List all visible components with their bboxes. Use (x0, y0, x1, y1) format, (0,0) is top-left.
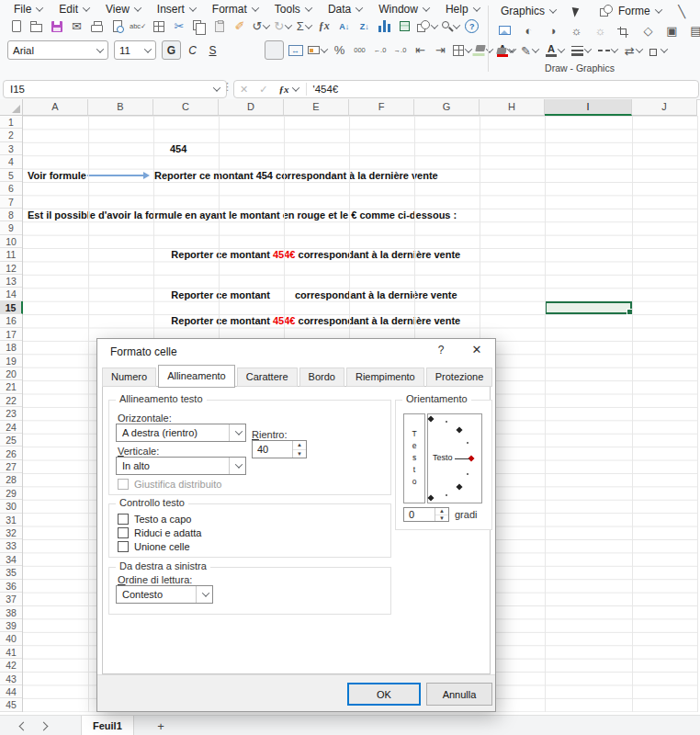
close-icon[interactable]: ✕ (465, 343, 489, 361)
undo-icon[interactable]: ↺ (251, 17, 270, 35)
row-header-36[interactable]: 36 (0, 580, 22, 593)
sum-icon[interactable]: Σ (295, 17, 312, 35)
borders-icon[interactable] (452, 41, 472, 59)
brightness-low-icon[interactable]: ☼ (592, 22, 609, 40)
row-header-44[interactable]: 44 (0, 685, 22, 698)
row-header-30[interactable]: 30 (0, 500, 22, 513)
dial-dot[interactable] (446, 421, 447, 423)
row-header-2[interactable]: 2 (0, 129, 22, 141)
previous-sheet-icon[interactable] (19, 722, 28, 731)
menu-edit[interactable]: Edit (52, 3, 96, 16)
row-header-39[interactable]: 39 (0, 619, 22, 632)
menu-view[interactable]: View (99, 3, 147, 16)
row-header-19[interactable]: 19 (0, 355, 22, 368)
checkbox-unione-celle[interactable]: Unione celle (118, 541, 190, 552)
select-all-corner[interactable] (0, 99, 23, 116)
column-header-d[interactable]: D (219, 99, 284, 115)
row-header-22[interactable]: 22 (0, 394, 22, 407)
paste-icon[interactable] (210, 17, 228, 35)
row-header-7[interactable]: 7 (0, 196, 22, 209)
cell-a8[interactable]: Est il possible d'avoir la formule en ay… (28, 209, 457, 221)
line-dash-icon[interactable] (597, 42, 618, 60)
row-header-43[interactable]: 43 (0, 673, 22, 685)
save-icon[interactable] (48, 17, 65, 35)
align-right-icon[interactable] (265, 40, 284, 60)
row-header-3[interactable]: 3 (0, 142, 22, 155)
dial-dot[interactable] (446, 494, 447, 496)
row-header-29[interactable]: 29 (0, 487, 22, 500)
tab-riempimento[interactable]: Riempimento (346, 368, 424, 387)
spinner-buttons[interactable]: ▲▼ (435, 508, 448, 521)
help-icon[interactable]: ? (463, 17, 480, 35)
dial-dot[interactable] (456, 483, 462, 490)
pivot-table-icon[interactable] (396, 17, 413, 35)
row-header-24[interactable]: 24 (0, 421, 22, 434)
spin-down-icon[interactable]: ▼ (435, 515, 448, 522)
sort-ascending-icon[interactable]: A↓ (335, 17, 353, 35)
row-header-42[interactable]: 42 (0, 659, 22, 672)
vertical-select[interactable]: In alto (116, 457, 246, 475)
decrease-indent-icon[interactable]: ⇤ (412, 41, 429, 59)
menu-graphics[interactable]: Graphics (494, 5, 562, 17)
print-preview-icon[interactable] (108, 17, 126, 35)
image-frame-icon[interactable]: ▤ (687, 22, 700, 40)
spin-up-icon[interactable]: ▲ (293, 441, 306, 450)
spinner-buttons[interactable]: ▲▼ (292, 441, 306, 458)
degrees-spinbox[interactable]: 0 ▲▼ (403, 507, 449, 522)
dial-dot[interactable] (467, 473, 469, 475)
arrow-style-icon[interactable]: ⇄ (624, 42, 643, 60)
fill-color-icon[interactable] (475, 41, 493, 59)
column-header-i[interactable]: I (545, 99, 632, 116)
column-header-e[interactable]: E (284, 99, 349, 115)
column-header-a[interactable]: A (23, 99, 88, 115)
bold-button[interactable]: G (162, 40, 181, 60)
tab-numero[interactable]: Numero (102, 368, 156, 387)
row-header-34[interactable]: 34 (0, 553, 22, 566)
cancel-button[interactable]: Annulla (426, 683, 492, 706)
function-wizard-icon[interactable]: ƒx (273, 84, 304, 95)
indent-spinbox[interactable]: 40 ▲▼ (252, 440, 307, 458)
insert-table-icon[interactable] (150, 17, 167, 35)
cell-c3[interactable]: 454 (170, 142, 186, 155)
cell-c5[interactable]: Reporter ce montant 454 correspondant à … (154, 169, 438, 182)
dial-dot[interactable] (456, 426, 462, 433)
line-width-icon[interactable] (570, 42, 592, 60)
align-left-icon[interactable] (224, 41, 242, 59)
add-decimal-icon[interactable]: ←.0 (371, 41, 389, 59)
row-header-23[interactable]: 23 (0, 407, 22, 420)
italic-button[interactable]: C (184, 41, 201, 59)
row-header-45[interactable]: 45 (0, 698, 22, 711)
chart-pie-icon[interactable]: ◐ (520, 22, 537, 40)
column-header-b[interactable]: B (88, 99, 153, 115)
underline-button[interactable]: S (204, 41, 221, 59)
ok-button[interactable]: OK (347, 683, 421, 706)
select-icon[interactable] (568, 3, 585, 20)
line-icon[interactable]: ╲ (673, 3, 691, 20)
vertical-text-preview[interactable]: Testo (403, 413, 425, 503)
row-header-16[interactable]: 16 (0, 314, 22, 327)
next-sheet-icon[interactable] (40, 722, 49, 731)
draw-font-color-icon[interactable]: A (545, 42, 565, 60)
row-header-20[interactable]: 20 (0, 368, 22, 380)
sort-descending-icon[interactable]: Z↓ (356, 17, 373, 35)
cut-icon[interactable]: ✂ (170, 17, 187, 35)
checkbox-testo-a-capo[interactable]: Testo a capo (118, 514, 191, 525)
redo-icon[interactable]: ↻ (273, 17, 292, 35)
crop-icon[interactable] (615, 22, 633, 40)
draw-edit-icon[interactable]: ✎ (520, 42, 539, 60)
horizontal-select[interactable]: A destra (rientro) (116, 424, 246, 442)
brightness-icon[interactable]: ☼ (568, 22, 585, 40)
align-center-icon[interactable] (244, 41, 262, 59)
increase-indent-icon[interactable]: ⇥ (432, 41, 449, 59)
row-header-41[interactable]: 41 (0, 646, 22, 659)
selected-cell-i15[interactable] (545, 301, 632, 314)
row-header-11[interactable]: 11 (0, 248, 22, 261)
frame-icon[interactable]: ▣ (663, 22, 681, 40)
menu-window[interactable]: Window (372, 3, 435, 16)
menu-file[interactable]: File (7, 3, 49, 16)
zoom-icon[interactable] (441, 17, 460, 35)
reading-order-select[interactable]: Contesto (116, 585, 213, 604)
open-icon[interactable] (28, 17, 45, 35)
row-header-4[interactable]: 4 (0, 155, 22, 168)
row-header-12[interactable]: 12 (0, 262, 22, 275)
